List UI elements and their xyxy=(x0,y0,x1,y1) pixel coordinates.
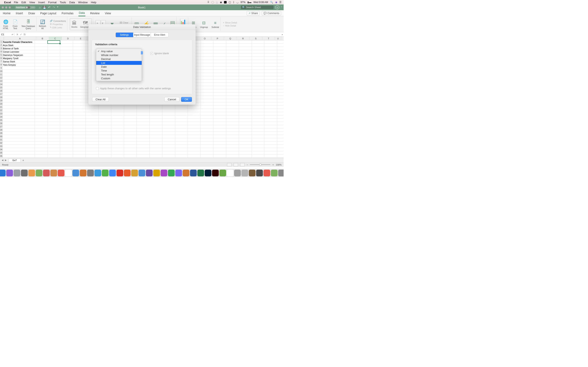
cell[interactable] xyxy=(239,99,252,102)
dock-app-icon[interactable] xyxy=(168,170,174,176)
cell[interactable] xyxy=(60,53,73,57)
dock-app-icon[interactable] xyxy=(256,170,263,176)
cell[interactable] xyxy=(175,109,188,112)
cell[interactable] xyxy=(239,122,252,125)
cell[interactable] xyxy=(124,148,137,151)
cancel-formula-icon[interactable]: ✕ xyxy=(16,33,18,36)
menu-format[interactable]: Format xyxy=(48,1,57,4)
cell[interactable] xyxy=(162,119,175,122)
cell[interactable] xyxy=(150,145,163,148)
add-sheet-button[interactable]: + xyxy=(22,159,24,162)
cell[interactable] xyxy=(2,155,35,158)
cell[interactable] xyxy=(175,145,188,148)
cell[interactable] xyxy=(264,106,277,109)
cell[interactable] xyxy=(252,99,265,102)
name-box[interactable]: C1▴▾ xyxy=(0,33,15,36)
formula-bar-expand-icon[interactable]: ▾ xyxy=(282,33,283,36)
cell[interactable] xyxy=(73,115,86,119)
cell[interactable] xyxy=(264,135,277,138)
cell[interactable] xyxy=(277,73,284,76)
cell[interactable] xyxy=(162,135,175,138)
cell[interactable] xyxy=(239,138,252,142)
cell[interactable] xyxy=(99,135,112,138)
cell[interactable] xyxy=(201,132,214,135)
cell[interactable] xyxy=(277,67,284,70)
cell[interactable] xyxy=(201,73,214,76)
dock-app-icon[interactable] xyxy=(263,170,270,176)
cell[interactable] xyxy=(277,151,284,155)
cell[interactable] xyxy=(175,115,188,119)
cell[interactable] xyxy=(86,119,99,122)
cell[interactable] xyxy=(2,92,35,96)
cell[interactable] xyxy=(73,151,86,155)
cell[interactable] xyxy=(48,142,61,145)
cell[interactable] xyxy=(226,63,239,67)
row-header[interactable]: 35 xyxy=(0,151,2,155)
row-header[interactable]: 8 xyxy=(0,63,2,67)
cell[interactable] xyxy=(60,109,73,112)
undo-icon[interactable]: ↶ xyxy=(48,6,51,9)
cell[interactable] xyxy=(35,86,48,89)
cell[interactable] xyxy=(60,63,73,67)
cell[interactable] xyxy=(252,135,265,138)
cell[interactable] xyxy=(213,128,226,132)
cell[interactable] xyxy=(213,132,226,135)
cell[interactable] xyxy=(252,151,265,155)
cell[interactable] xyxy=(137,112,150,115)
cell[interactable] xyxy=(150,148,163,151)
cell[interactable] xyxy=(73,50,86,53)
cell[interactable] xyxy=(239,155,252,158)
cell[interactable] xyxy=(226,106,239,109)
cell[interactable] xyxy=(239,86,252,89)
dock-app-icon[interactable] xyxy=(102,170,108,176)
cell[interactable] xyxy=(162,109,175,112)
siri-icon[interactable]: ◉ xyxy=(275,1,277,4)
cell[interactable] xyxy=(277,135,284,138)
cell[interactable] xyxy=(277,53,284,57)
cell[interactable] xyxy=(2,89,35,92)
cell[interactable] xyxy=(73,119,86,122)
cell[interactable] xyxy=(48,53,61,57)
cell[interactable] xyxy=(277,99,284,102)
cell[interactable] xyxy=(201,99,214,102)
cell[interactable] xyxy=(201,142,214,145)
cell[interactable] xyxy=(162,128,175,132)
cell[interactable] xyxy=(124,138,137,142)
cell[interactable] xyxy=(86,132,99,135)
cell[interactable] xyxy=(111,132,124,135)
cell[interactable] xyxy=(35,128,48,132)
dropdown-item-whole-number[interactable]: Whole number xyxy=(96,53,142,57)
cell[interactable] xyxy=(264,83,277,86)
dock-app-icon[interactable] xyxy=(131,170,138,176)
cell[interactable] xyxy=(73,89,86,92)
cell[interactable] xyxy=(277,40,284,44)
cell[interactable] xyxy=(252,112,265,115)
cell[interactable] xyxy=(60,106,73,109)
cell[interactable] xyxy=(264,102,277,106)
cell[interactable] xyxy=(111,106,124,109)
row-header[interactable]: 1 xyxy=(0,40,2,44)
cell[interactable] xyxy=(137,145,150,148)
cell[interactable] xyxy=(35,57,48,60)
cell[interactable] xyxy=(111,119,124,122)
cell[interactable] xyxy=(86,142,99,145)
cell[interactable] xyxy=(137,128,150,132)
view-normal-button[interactable] xyxy=(227,163,232,166)
cell[interactable] xyxy=(213,67,226,70)
cell[interactable] xyxy=(239,80,252,83)
cell[interactable] xyxy=(213,125,226,128)
cell[interactable] xyxy=(239,76,252,80)
airplay-icon[interactable]: ▢ xyxy=(229,1,231,4)
cell[interactable] xyxy=(213,155,226,158)
cell[interactable] xyxy=(48,109,61,112)
cell[interactable] xyxy=(60,47,73,50)
cell[interactable] xyxy=(35,44,48,47)
cell[interactable] xyxy=(277,57,284,60)
cell[interactable] xyxy=(226,155,239,158)
cell[interactable] xyxy=(111,145,124,148)
cell[interactable] xyxy=(277,112,284,115)
cell[interactable] xyxy=(226,86,239,89)
dock-app-icon[interactable] xyxy=(197,170,204,176)
cell[interactable] xyxy=(226,53,239,57)
row-header[interactable]: 36 xyxy=(0,155,2,158)
